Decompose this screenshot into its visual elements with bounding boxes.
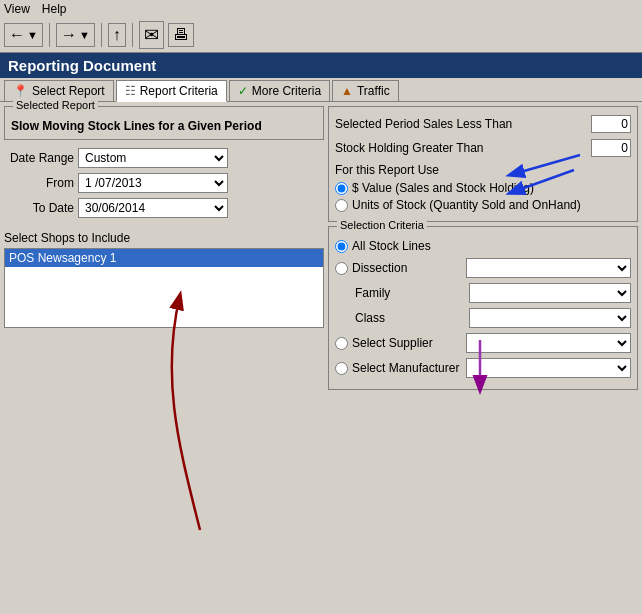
- radio-units-row: Units of Stock (Quantity Sold and OnHand…: [335, 198, 631, 212]
- date-range-label: Date Range: [4, 151, 74, 165]
- email-icon: ✉: [144, 24, 159, 46]
- radio-dissection[interactable]: [335, 262, 348, 275]
- email-button[interactable]: ✉: [139, 21, 164, 49]
- toolbar-sep-2: [101, 23, 102, 47]
- shops-list: POS Newsagency 1: [4, 248, 324, 328]
- from-date-row: From 1 /07/2013: [4, 173, 324, 193]
- shops-label: Select Shops to Include: [4, 231, 324, 245]
- menu-bar: View Help: [0, 0, 642, 18]
- report-criteria-icon: ☷: [125, 84, 136, 98]
- class-label: Class: [355, 311, 465, 325]
- shops-section: Select Shops to Include POS Newsagency 1: [4, 231, 324, 328]
- radio-value-label: $ Value (Sales and Stock Holding): [352, 181, 534, 195]
- tab-report-criteria[interactable]: ☷ Report Criteria: [116, 80, 227, 102]
- to-date-label: To Date: [4, 201, 74, 215]
- main-content: Selected Report Slow Moving Stock Lines …: [0, 102, 642, 596]
- period-sales-row: Selected Period Sales Less Than: [335, 115, 631, 133]
- selected-report-box: Selected Report Slow Moving Stock Lines …: [4, 106, 324, 140]
- toolbar: ← ▼ → ▼ ↑ ✉ 🖶: [0, 18, 642, 53]
- forward-icon: →: [61, 26, 77, 44]
- stock-holding-label: Stock Holding Greater Than: [335, 141, 591, 155]
- forward-button[interactable]: → ▼: [56, 23, 95, 47]
- radio-supplier[interactable]: [335, 337, 348, 350]
- family-label: Family: [355, 286, 465, 300]
- to-date-row: To Date 30/06/2014: [4, 198, 324, 218]
- radio-value-row: $ Value (Sales and Stock Holding): [335, 181, 631, 195]
- stock-holding-row: Stock Holding Greater Than: [335, 139, 631, 157]
- class-select[interactable]: [469, 308, 631, 328]
- dissection-label: Dissection: [352, 261, 462, 275]
- stock-holding-input[interactable]: [591, 139, 631, 157]
- family-row: Family: [335, 283, 631, 303]
- tab-traffic[interactable]: ▲ Traffic: [332, 80, 399, 101]
- selection-criteria-title: Selection Criteria: [337, 219, 427, 231]
- stats-box: Selected Period Sales Less Than Stock Ho…: [328, 106, 638, 222]
- manufacturer-select[interactable]: [466, 358, 631, 378]
- up-icon: ↑: [113, 26, 121, 44]
- forward-dropdown-icon: ▼: [79, 29, 90, 41]
- tab-more-criteria[interactable]: ✓ More Criteria: [229, 80, 330, 101]
- shops-list-item[interactable]: POS Newsagency 1: [5, 249, 323, 267]
- back-dropdown-icon: ▼: [27, 29, 38, 41]
- supplier-select[interactable]: [466, 333, 631, 353]
- tab-more-criteria-label: More Criteria: [252, 84, 321, 98]
- date-range-section: Date Range Custom Last Month Last Quarte…: [4, 144, 324, 227]
- from-date-select[interactable]: 1 /07/2013: [78, 173, 228, 193]
- to-date-select[interactable]: 30/06/2014: [78, 198, 228, 218]
- toolbar-sep-3: [132, 23, 133, 47]
- left-panel: Selected Report Slow Moving Stock Lines …: [4, 106, 324, 592]
- date-range-row: Date Range Custom Last Month Last Quarte…: [4, 148, 324, 168]
- report-use-label: For this Report Use: [335, 163, 631, 177]
- traffic-icon: ▲: [341, 84, 353, 98]
- radio-units-label: Units of Stock (Quantity Sold and OnHand…: [352, 198, 581, 212]
- dissection-row: Dissection: [335, 258, 631, 278]
- toolbar-sep-1: [49, 23, 50, 47]
- menu-view[interactable]: View: [4, 2, 30, 16]
- right-panel: Selected Period Sales Less Than Stock Ho…: [328, 106, 638, 592]
- family-select[interactable]: [469, 283, 631, 303]
- date-range-select[interactable]: Custom Last Month Last Quarter Last Year: [78, 148, 228, 168]
- all-stock-label: All Stock Lines: [352, 239, 431, 253]
- back-icon: ←: [9, 26, 25, 44]
- selection-criteria-box: Selection Criteria All Stock Lines Disse…: [328, 226, 638, 390]
- all-stock-row: All Stock Lines: [335, 239, 631, 253]
- period-sales-input[interactable]: [591, 115, 631, 133]
- radio-manufacturer[interactable]: [335, 362, 348, 375]
- print-icon: 🖶: [173, 26, 189, 44]
- manufacturer-row: Select Manufacturer: [335, 358, 631, 378]
- manufacturer-label: Select Manufacturer: [352, 361, 462, 375]
- selected-report-section-label: Selected Report: [13, 99, 98, 111]
- radio-value[interactable]: [335, 182, 348, 195]
- radio-units[interactable]: [335, 199, 348, 212]
- page-title: Reporting Document: [8, 57, 156, 74]
- menu-help[interactable]: Help: [42, 2, 67, 16]
- back-button[interactable]: ← ▼: [4, 23, 43, 47]
- up-button[interactable]: ↑: [108, 23, 126, 47]
- print-button[interactable]: 🖶: [168, 23, 194, 47]
- more-criteria-icon: ✓: [238, 84, 248, 98]
- tab-select-report-label: Select Report: [32, 84, 105, 98]
- tab-select-report[interactable]: 📍 Select Report: [4, 80, 114, 101]
- class-row: Class: [335, 308, 631, 328]
- supplier-row: Select Supplier: [335, 333, 631, 353]
- from-date-label: From: [4, 176, 74, 190]
- period-sales-label: Selected Period Sales Less Than: [335, 117, 591, 131]
- select-report-icon: 📍: [13, 84, 28, 98]
- dissection-select[interactable]: [466, 258, 631, 278]
- supplier-label: Select Supplier: [352, 336, 462, 350]
- tab-report-criteria-label: Report Criteria: [140, 84, 218, 98]
- title-bar: Reporting Document: [0, 53, 642, 78]
- radio-all-stock[interactable]: [335, 240, 348, 253]
- tab-traffic-label: Traffic: [357, 84, 390, 98]
- report-name: Slow Moving Stock Lines for a Given Peri…: [11, 119, 317, 133]
